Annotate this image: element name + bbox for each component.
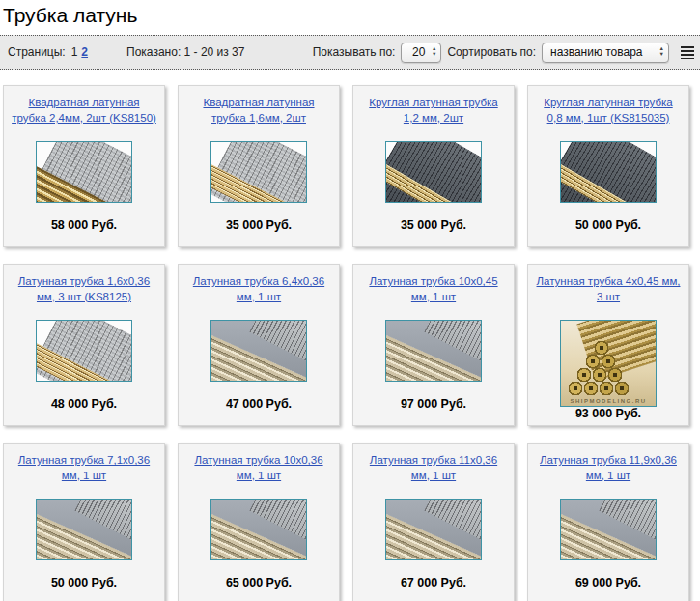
product-price: 65 000 Руб. [226, 576, 292, 589]
product-image[interactable] [560, 141, 657, 203]
product-image[interactable] [36, 320, 132, 382]
page-link-2[interactable]: 2 [81, 45, 88, 59]
sort-select[interactable]: названию товара ▲ ▼ [542, 43, 669, 63]
product-card: Латунная трубка 6,4х0,36 мм, 1 шт 47 000… [178, 264, 340, 426]
product-image[interactable] [560, 499, 657, 560]
product-image[interactable] [385, 499, 482, 560]
product-price: 50 000 Руб. [51, 576, 117, 589]
product-card: Латунная трубка 11х0,36 мм, 1 шт 67 000 … [352, 443, 515, 601]
sort-label: Сортировать по: [447, 45, 536, 59]
image-watermark: SHIPMODELING.RU [561, 398, 656, 404]
product-price: 48 000 Руб. [51, 397, 117, 411]
product-price: 67 000 Руб. [401, 576, 466, 589]
product-image[interactable] [36, 499, 132, 560]
shown-count: Показано: 1 - 20 из 37 [126, 45, 244, 59]
chevron-down-icon: ▼ [432, 52, 436, 58]
product-price: 50 000 Руб. [575, 218, 641, 232]
product-price: 47 000 Руб. [226, 397, 292, 411]
toolbar: Страницы: 1 2 Показано: 1 - 20 из 37 Пок… [0, 35, 700, 70]
product-price: 58 000 Руб. [51, 218, 117, 232]
page-title: Трубка латунь [3, 4, 700, 27]
product-card: Круглая латунная трубка 0,8 мм, 1шт (KS8… [527, 85, 689, 247]
stepper-icon: ▲ ▼ [432, 46, 436, 58]
product-card: Латунная трубка 4х0,45 мм, 3 шт SHIPMODE… [527, 264, 689, 426]
product-image[interactable] [36, 141, 132, 203]
product-title-link[interactable]: Латунная трубка 11х0,36 мм, 1 шт [361, 453, 506, 492]
chevron-down-icon: ▼ [659, 52, 664, 58]
sort-value: названию товара [550, 45, 656, 59]
product-title-link[interactable]: Латунная трубка 1,6х0,36 мм, 3 шт (KS812… [12, 274, 156, 313]
product-title-link[interactable]: Латунная трубка 10х0,36 мм, 1 шт [186, 453, 331, 492]
product-price: 35 000 Руб. [401, 218, 466, 232]
product-image[interactable] [385, 141, 482, 203]
product-title-link[interactable]: Круглая латунная трубка 1,2 мм, 2шт [361, 96, 506, 134]
product-card: Латунная трубка 11,9х0,36 мм, 1 шт 69 00… [527, 443, 689, 601]
pages-label: Страницы: [8, 45, 66, 59]
per-page-value: 20 [409, 45, 428, 59]
product-card: Круглая латунная трубка 1,2 мм, 2шт 35 0… [352, 85, 515, 247]
product-card: Латунная трубка 10х0,45 мм, 1 шт 97 000 … [352, 264, 515, 426]
product-image[interactable] [210, 499, 307, 560]
page-number-current: 1 [71, 45, 78, 59]
product-card: Квадратная латунная трубка 1,6мм, 2шт 35… [178, 85, 340, 247]
product-card: Латунная трубка 1,6х0,36 мм, 3 шт (KS812… [3, 264, 165, 426]
product-image[interactable] [210, 320, 307, 382]
product-price: 69 000 Руб. [575, 576, 641, 589]
product-price: 93 000 Руб. [575, 407, 641, 420]
product-grid: Квадратная латунная трубка 2,4мм, 2шт (K… [0, 85, 700, 601]
list-view-icon[interactable] [681, 46, 694, 59]
product-title-link[interactable]: Латунная трубка 10х0,45 мм, 1 шт [361, 274, 506, 313]
per-page-label: Показывать по: [313, 45, 396, 59]
product-price: 97 000 Руб. [401, 397, 466, 411]
product-card: Квадратная латунная трубка 2,4мм, 2шт (K… [3, 85, 165, 247]
product-card: Латунная трубка 7,1х0,36 мм, 1 шт 50 000… [3, 443, 165, 601]
toolbar-controls: Показывать по: 20 ▲ ▼ Сортировать по: на… [313, 43, 694, 63]
product-title-link[interactable]: Квадратная латунная трубка 1,6мм, 2шт [186, 96, 331, 134]
product-card: Латунная трубка 10х0,36 мм, 1 шт 65 000 … [178, 443, 340, 601]
product-title-link[interactable]: Латунная трубка 6,4х0,36 мм, 1 шт [186, 274, 331, 313]
product-title-link[interactable]: Латунная трубка 11,9х0,36 мм, 1 шт [536, 453, 681, 492]
product-title-link[interactable]: Квадратная латунная трубка 2,4мм, 2шт (K… [12, 96, 156, 134]
product-image[interactable] [385, 320, 482, 382]
product-image[interactable]: SHIPMODELING.RU [560, 320, 657, 407]
per-page-select[interactable]: 20 ▲ ▼ [401, 43, 441, 63]
product-image[interactable] [210, 141, 307, 203]
product-title-link[interactable]: Латунная трубка 4х0,45 мм, 3 шт [536, 274, 681, 313]
product-title-link[interactable]: Круглая латунная трубка 0,8 мм, 1шт (KS8… [536, 96, 681, 134]
stepper-icon: ▲ ▼ [659, 46, 664, 58]
product-title-link[interactable]: Латунная трубка 7,1х0,36 мм, 1 шт [12, 453, 156, 492]
pagination: Страницы: 1 2 Показано: 1 - 20 из 37 [8, 45, 244, 59]
product-price: 35 000 Руб. [226, 218, 292, 232]
